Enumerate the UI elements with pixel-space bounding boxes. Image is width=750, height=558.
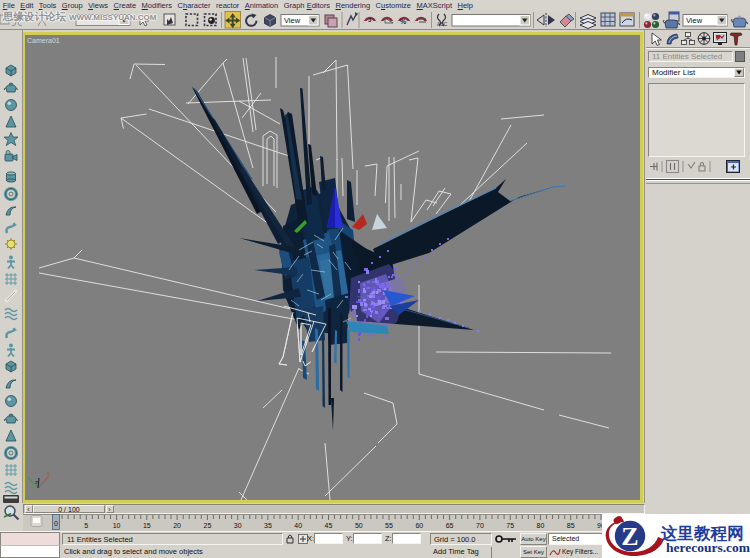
svg-text:Z: Z: [621, 522, 638, 551]
svg-text:15: 15: [143, 522, 151, 529]
svg-text:75: 75: [506, 522, 514, 529]
svg-text:35: 35: [264, 522, 272, 529]
svg-text:80: 80: [537, 522, 545, 529]
svg-text:40: 40: [294, 522, 302, 529]
svg-text:5: 5: [84, 522, 88, 529]
svg-text:85: 85: [567, 522, 575, 529]
svg-text:10: 10: [113, 522, 121, 529]
svg-text:%: %: [400, 18, 407, 25]
svg-text:z: z: [35, 479, 38, 485]
svg-text:View: View: [686, 16, 703, 25]
svg-text:20: 20: [173, 522, 181, 529]
svg-text:x: x: [47, 470, 50, 476]
svg-text:ABC: ABC: [437, 21, 448, 27]
svg-text:Camera01: Camera01: [27, 37, 60, 44]
svg-text:View: View: [284, 16, 301, 25]
svg-text:30: 30: [234, 522, 242, 529]
svg-text:65: 65: [446, 522, 454, 529]
svg-text:25: 25: [204, 522, 212, 529]
svg-text:0: 0: [54, 520, 58, 527]
svg-text:60: 60: [415, 522, 423, 529]
svg-text:55: 55: [385, 522, 393, 529]
svg-text:herecours.com: herecours.com: [666, 540, 750, 555]
svg-text:50: 50: [355, 522, 363, 529]
svg-text:45: 45: [325, 522, 333, 529]
svg-text:这里教程网: 这里教程网: [660, 524, 744, 542]
svg-text:70: 70: [476, 522, 484, 529]
